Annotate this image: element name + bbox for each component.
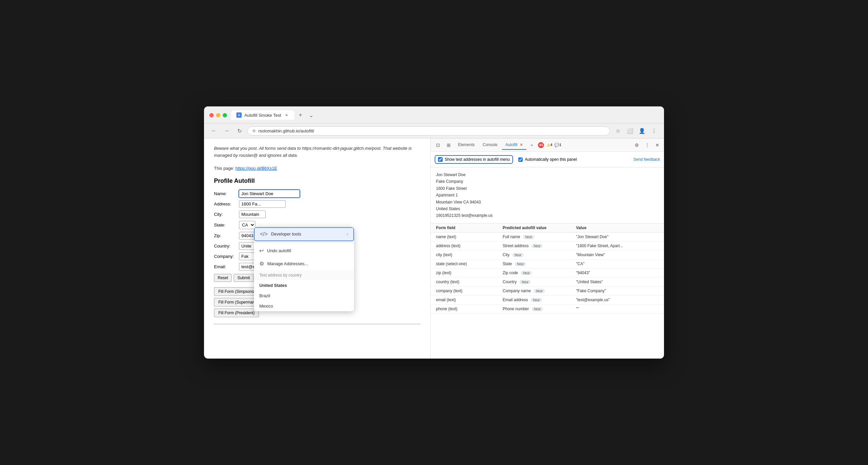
more-tabs-icon[interactable]: » xyxy=(528,141,536,149)
active-tab[interactable]: A Autofill Smoke Test ✕ xyxy=(231,110,294,120)
row-value: "94043" xyxy=(576,270,659,275)
table-row: city (text) City heur "Mountain View" xyxy=(431,251,664,260)
forward-button[interactable]: → xyxy=(222,126,231,136)
row-value: "1600 Fake Street, Apart... xyxy=(576,243,659,248)
page-content: Beware what you post. All forms send dat… xyxy=(204,139,431,358)
devtools-close-button[interactable]: ✕ xyxy=(653,141,661,149)
company-label: Company: xyxy=(214,254,239,259)
row-field: zip (text) xyxy=(436,270,503,275)
extensions-icon[interactable]: ⬜ xyxy=(625,126,635,136)
page-url-link[interactable]: https://goo.gl/B6Xs1E xyxy=(235,166,277,171)
menu-icon[interactable]: ⋮ xyxy=(649,126,659,136)
submit-button[interactable]: Submit xyxy=(234,274,253,282)
auto-open-group[interactable]: Automatically open this panel xyxy=(518,157,577,162)
error-icon: ⊘ xyxy=(539,143,542,147)
email-label: Email: xyxy=(214,264,239,269)
row-predicted: City heur xyxy=(503,253,576,257)
fill-president-button[interactable]: Fill Form (President) xyxy=(214,309,259,317)
new-tab-button[interactable]: + xyxy=(296,110,305,120)
row-field: address (text) xyxy=(436,243,503,248)
col-predicted: Predicted autofill value xyxy=(503,226,576,230)
show-test-addresses-checkbox[interactable] xyxy=(438,157,443,162)
info-badge: 💬1 xyxy=(555,142,561,148)
developer-tools-item[interactable]: </> Developer tools › xyxy=(254,227,354,241)
auto-open-checkbox[interactable] xyxy=(518,157,523,162)
profile-card: Jon Stewart Doe Fake Company 1600 Fake S… xyxy=(431,168,664,224)
tab-favicon: A xyxy=(236,112,242,118)
state-label: State: xyxy=(214,223,239,228)
row-field: city (text) xyxy=(436,253,503,257)
col-form-field: Form field xyxy=(436,226,503,230)
table-row: email (text) Email address heur "test@ex… xyxy=(431,295,664,304)
maximize-button[interactable] xyxy=(223,113,227,117)
country-option-mexico[interactable]: Mexico xyxy=(254,301,354,311)
heur-badge: heur xyxy=(512,253,524,257)
arrow-right-icon: › xyxy=(347,232,348,236)
zip-label: Zip: xyxy=(214,233,239,238)
page-link: This page: https://goo.gl/B6Xs1E xyxy=(214,166,420,171)
row-field: phone (text) xyxy=(436,307,503,311)
badge-area: ⊘ 1 ⚠4 💬1 xyxy=(537,142,561,148)
show-test-addresses-group[interactable]: Show test addresses in autofill menu xyxy=(435,155,513,164)
settings-icon[interactable]: ⚙ xyxy=(632,140,641,150)
back-button[interactable]: ← xyxy=(209,126,219,136)
fill-simpsons-button[interactable]: Fill Form (Simpsons) xyxy=(214,287,260,296)
row-predicted: Street address heur xyxy=(503,243,576,248)
name-input[interactable] xyxy=(239,190,300,198)
section-title: Profile Autofill xyxy=(214,177,420,184)
security-icon: ⊕ xyxy=(252,128,256,133)
reset-button[interactable]: Reset xyxy=(214,274,232,282)
profile-country: United States xyxy=(436,205,659,212)
url-text: rsolomakhin.github.io/autofill/ xyxy=(258,128,314,134)
row-predicted: Phone number heur xyxy=(503,307,576,311)
heur-badge: heur xyxy=(534,289,545,293)
manage-addresses-item[interactable]: ⚙ Manage Addresses... xyxy=(254,257,354,270)
undo-label: Undo autofill xyxy=(267,248,291,253)
elements-inspector-icon[interactable]: ⊡ xyxy=(433,140,443,150)
manage-label: Manage Addresses... xyxy=(267,261,308,266)
row-predicted: Full name heur xyxy=(503,234,576,239)
undo-autofill-item[interactable]: ↩ Undo autofill xyxy=(254,244,354,257)
bookmark-icon[interactable]: ☆ xyxy=(613,126,623,136)
autofill-table: Form field Predicted autofill value Valu… xyxy=(431,224,664,358)
form-row-address: Address: xyxy=(214,200,420,208)
url-bar[interactable]: ⊕ rsolomakhin.github.io/autofill/ xyxy=(247,126,610,136)
row-value: "Mountain View" xyxy=(576,253,659,257)
tab-elements[interactable]: Elements xyxy=(455,140,478,150)
device-toggle-icon[interactable]: ⊞ xyxy=(444,140,453,150)
tab-autofill[interactable]: Autofill ✕ xyxy=(502,140,526,150)
browser-actions: ☆ ⬜ 👤 ⋮ xyxy=(613,126,659,136)
profile-name: Jon Stewart Doe xyxy=(436,171,659,178)
menu-divider xyxy=(254,242,354,243)
minimize-button[interactable] xyxy=(216,113,220,117)
country-option-us[interactable]: United States xyxy=(254,280,354,291)
address-input[interactable] xyxy=(239,200,286,208)
country-label: Country: xyxy=(214,243,239,249)
table-row: address (text) Street address heur "1600… xyxy=(431,241,664,251)
heur-badge: heur xyxy=(521,271,532,275)
profile-city-state-zip: Mountain View CA 94043 xyxy=(436,199,659,205)
dropdown-menu: </> Developer tools › ↩ Undo autofill ⚙ … xyxy=(254,227,354,311)
row-value: "" xyxy=(576,307,659,311)
chevron-down-icon[interactable]: ⌄ xyxy=(306,110,316,120)
heur-badge: heur xyxy=(532,307,543,311)
send-feedback-link[interactable]: Send feedback xyxy=(633,157,660,162)
row-field: country (text) xyxy=(436,280,503,284)
city-input[interactable] xyxy=(239,210,266,218)
autofill-close-icon[interactable]: ✕ xyxy=(520,142,523,147)
fill-superman-button[interactable]: Fill Form (Superman) xyxy=(214,298,260,307)
row-field: state (select-one) xyxy=(436,262,503,266)
profile-icon[interactable]: 👤 xyxy=(637,126,647,136)
country-option-brazil[interactable]: Brazil xyxy=(254,291,354,301)
row-field: email (text) xyxy=(436,297,503,302)
test-address-header: Test address by country xyxy=(254,270,354,280)
tab-console[interactable]: Console xyxy=(479,140,501,150)
state-select[interactable]: CA xyxy=(239,221,255,229)
address-label: Address: xyxy=(214,202,239,206)
row-predicted: Zip code heur xyxy=(503,270,576,275)
devtools-more-icon[interactable]: ⋮ xyxy=(643,140,652,150)
refresh-button[interactable]: ↻ xyxy=(235,126,244,136)
tab-close-button[interactable]: ✕ xyxy=(284,112,289,118)
close-button[interactable] xyxy=(209,113,214,117)
heur-badge: heur xyxy=(519,280,531,284)
